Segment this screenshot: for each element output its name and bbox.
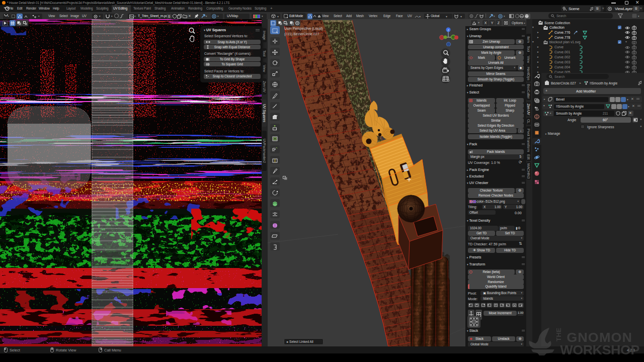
svg-text:THE: THE: [555, 328, 562, 342]
svg-text:Z: Z: [447, 29, 449, 32]
svg-text:WORKSHOP: WORKSHOP: [560, 343, 639, 357]
